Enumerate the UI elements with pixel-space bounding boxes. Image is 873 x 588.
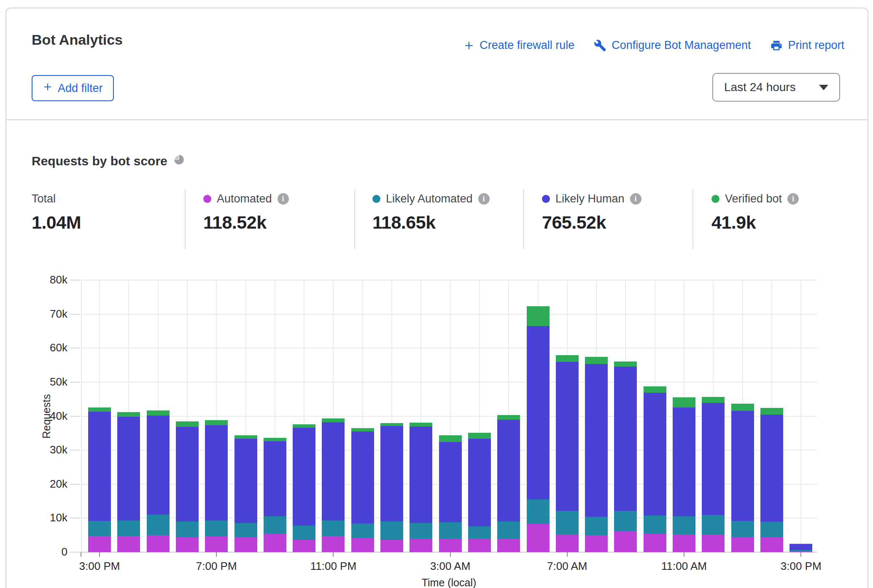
add-filter-button[interactable]: Add filter	[32, 75, 114, 101]
bar-segment-likely-automated	[176, 521, 199, 537]
likely-automated-legend-dot	[372, 195, 380, 203]
stat-likely-human: Likely Human i 765.52k	[542, 192, 641, 233]
bar-segment-automated	[351, 538, 374, 552]
y-tickmark	[70, 314, 80, 315]
configure-bot-management-label: Configure Bot Management	[612, 39, 751, 52]
y-tick-label: 50k	[30, 375, 67, 388]
stat-verified-bot-label: Verified bot	[725, 192, 782, 205]
y-tickmark	[70, 450, 80, 450]
bar-segment-likely-human	[88, 412, 111, 521]
bar-segment-automated	[585, 535, 608, 552]
y-tickmark	[70, 416, 80, 417]
x-tick-label: 7:00 AM	[521, 560, 614, 573]
bar-segment-likely-human	[614, 367, 637, 511]
x-tickmark	[333, 552, 334, 557]
bar-segment-verified-bot	[380, 423, 403, 426]
time-range-dropdown[interactable]: Last 24 hours	[712, 73, 840, 102]
x-tick-label: 3:00 PM	[754, 560, 847, 573]
bar-segment-automated	[234, 537, 257, 552]
bar-segment-likely-automated	[497, 521, 520, 538]
create-firewall-rule-link[interactable]: Create firewall rule	[463, 39, 574, 52]
header-divider	[6, 119, 868, 120]
bar-segment-automated	[497, 539, 520, 552]
bar-segment-verified-bot	[264, 438, 286, 441]
bar-segment-verified-bot	[731, 404, 754, 410]
stat-divider	[354, 189, 355, 249]
info-icon[interactable]: i	[787, 193, 799, 205]
verified-bot-legend-dot	[711, 195, 719, 203]
bar-segment-automated	[760, 537, 783, 552]
configure-bot-management-link[interactable]: Configure Bot Management	[594, 39, 751, 52]
likely-human-legend-dot	[542, 195, 550, 203]
stat-total-value: 1.04M	[32, 212, 81, 233]
bar-segment-likely-human	[789, 544, 812, 550]
x-tick-label: 11:00 AM	[638, 560, 730, 573]
header-actions: Create firewall rule Configure Bot Manag…	[463, 39, 844, 52]
bar-segment-automated	[731, 537, 754, 552]
bar-segment-likely-automated	[468, 526, 491, 539]
bar-segment-likely-human	[644, 393, 666, 515]
bar-segment-likely-human	[702, 403, 725, 515]
print-report-link[interactable]: Print report	[770, 39, 844, 52]
bar-segment-likely-human	[117, 417, 140, 521]
bar-segment-likely-automated	[117, 521, 140, 536]
bar-segment-likely-automated	[527, 499, 550, 524]
bar-segment-automated	[293, 540, 315, 552]
y-tickmark	[70, 518, 80, 518]
bar-segment-verified-bot	[673, 397, 695, 407]
bar-segment-likely-automated	[614, 511, 637, 531]
bar-segment-verified-bot	[760, 408, 783, 415]
bar-segment-likely-human	[673, 407, 695, 516]
stat-automated-label: Automated	[217, 192, 272, 205]
bar-segment-likely-human	[351, 432, 374, 523]
stat-divider	[523, 189, 524, 249]
y-gridline	[81, 348, 817, 348]
x-tickmark	[684, 552, 684, 557]
wrench-icon	[594, 39, 606, 52]
add-filter-label: Add filter	[58, 82, 103, 95]
bar-segment-likely-human	[147, 415, 170, 515]
bar-segment-likely-human	[410, 426, 432, 523]
stat-likely-human-value: 765.52k	[542, 212, 641, 233]
bar-segment-likely-automated	[760, 522, 783, 537]
bar-segment-verified-bot	[527, 306, 550, 326]
x-tickmark	[99, 552, 100, 557]
y-tick-label: 70k	[30, 307, 67, 321]
bar-segment-automated	[614, 531, 637, 552]
bar-segment-likely-human	[556, 362, 579, 511]
bar-segment-likely-human	[293, 428, 315, 526]
bar-segment-likely-automated	[585, 517, 608, 535]
x-tick-label: 3:00 AM	[404, 560, 497, 573]
info-icon[interactable]: i	[478, 193, 490, 205]
bar-segment-automated	[205, 537, 228, 552]
y-gridline	[81, 314, 817, 315]
y-tickmark	[70, 280, 80, 281]
y-tick-label: 30k	[30, 443, 67, 456]
bar-segment-likely-automated	[147, 515, 170, 535]
stat-verified-bot-value: 41.9k	[711, 212, 799, 233]
bar-segment-verified-bot	[614, 361, 637, 367]
stat-likely-automated-label: Likely Automated	[386, 192, 473, 205]
requests-stacked-bar-chart: Requests Time (local) 010k20k30k40k50k60…	[81, 280, 817, 552]
bar-segment-automated	[176, 537, 199, 552]
bar-segment-likely-human	[527, 326, 550, 499]
bar-segment-automated	[147, 535, 170, 552]
x-tickmark	[567, 552, 568, 557]
info-icon[interactable]: i	[630, 193, 641, 205]
y-tick-label: 10k	[30, 511, 67, 524]
bar-segment-likely-human	[439, 442, 462, 522]
bot-analytics-card: Bot Analytics Create firewall rule Confi…	[5, 8, 868, 588]
section-title: Requests by bot score	[32, 154, 185, 168]
info-icon[interactable]: i	[278, 193, 289, 205]
x-tick-label: 7:00 PM	[170, 560, 263, 573]
bar-segment-likely-human	[731, 411, 754, 521]
bar-segment-automated	[322, 536, 345, 552]
bar-segment-likely-automated	[322, 521, 345, 536]
y-tick-label: 0	[30, 545, 67, 558]
bar-segment-likely-automated	[789, 550, 812, 551]
bar-segment-likely-automated	[380, 521, 403, 540]
bar-segment-likely-human	[585, 364, 608, 517]
bar-segment-likely-automated	[702, 515, 725, 535]
y-tick-label: 60k	[30, 341, 67, 354]
y-tickmark	[70, 484, 80, 485]
